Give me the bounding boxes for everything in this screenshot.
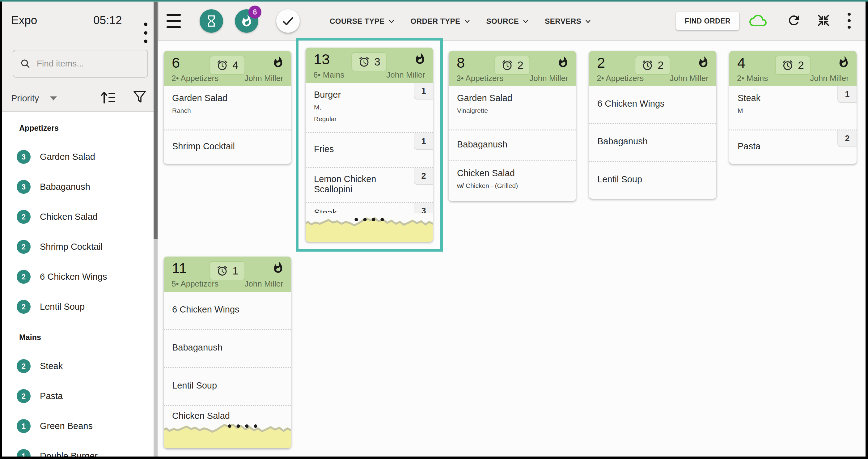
sidebar-item[interactable]: 1Double Burger: [2, 441, 158, 457]
section-header: Appetizers: [19, 124, 158, 132]
order-meta-row: 5• AppetizersJohn Miller: [172, 279, 283, 289]
order-card[interactable]: 422• MainsJohn Miller1SteakM2Pasta: [729, 51, 857, 164]
item-name: Fries: [314, 144, 404, 154]
elapsed-timer: 05:12: [93, 14, 122, 27]
sidebar-item[interactable]: 26 Chicken Wings: [2, 262, 158, 292]
item-name: Babaganush: [457, 140, 547, 150]
order-item-row[interactable]: Garden SaladRanch: [164, 86, 291, 129]
order-number: 13: [314, 51, 330, 68]
item-modifier: Vinaigrette: [457, 106, 547, 115]
alarm-count: 2: [798, 59, 804, 71]
selected-order-frame: 1336• MainsJohn Miller1BurgerM,Regular1F…: [296, 38, 443, 252]
order-card[interactable]: 1115• AppetizersJohn Miller6 Chicken Win…: [164, 256, 291, 448]
item-name: Steak: [738, 93, 827, 103]
server-name: John Miller: [529, 73, 568, 83]
order-item-row[interactable]: 2Pasta: [729, 129, 857, 164]
sidebar-item[interactable]: 2Chicken Salad: [2, 202, 158, 232]
dropdown-caret-icon[interactable]: [50, 96, 57, 100]
order-item-row[interactable]: Shrimp Cocktail: [164, 129, 291, 164]
sidebar-item[interactable]: 2Pasta: [2, 381, 158, 411]
priority-dropdown[interactable]: Priority: [11, 93, 39, 103]
sort-ascending-icon[interactable]: [99, 89, 116, 105]
torn-edge: [306, 213, 433, 242]
course-count-label: 5• Appetizers: [172, 279, 218, 289]
torn-edge: [164, 420, 291, 448]
order-items: 6 Chicken WingsBabaganushLentil SoupChic…: [164, 292, 291, 448]
sidebar-item[interactable]: 2Lentil Soup: [2, 292, 158, 322]
order-item-row[interactable]: 1BurgerM,Regular: [306, 83, 433, 132]
sidebar-header: Expo 05:12 Find items... Priority: [2, 2, 158, 112]
sort-filter-row: Priority: [11, 89, 149, 108]
order-card-header: 1115• AppetizersJohn Miller: [164, 256, 291, 292]
order-item-row[interactable]: Lentil Soup: [164, 367, 291, 405]
sidebar-kebab-menu-icon[interactable]: [141, 23, 150, 43]
item-name: Lemon Chicken Scallopini: [314, 174, 404, 194]
sidebar-item[interactable]: 3Babaganush: [2, 172, 158, 202]
order-item-row[interactable]: Chicken Saladw/ Chicken - (Grilled): [449, 160, 576, 201]
alarm-chip[interactable]: 4: [210, 56, 245, 75]
sidebar-item-label: Chicken Salad: [40, 212, 98, 222]
order-number: 11: [172, 259, 187, 277]
sidebar-item[interactable]: 2Steak: [2, 351, 158, 381]
order-item-row[interactable]: Babaganush: [164, 329, 291, 367]
order-card-header: 823• AppetizersJohn Miller: [449, 51, 576, 86]
alarm-chip[interactable]: 3: [351, 52, 387, 71]
flame-icon: [272, 56, 284, 68]
sidebar-item-label: Shrimp Cocktail: [40, 242, 102, 252]
filter-funnel-icon[interactable]: [132, 89, 148, 105]
order-item-row[interactable]: 1SteakM: [729, 86, 857, 129]
sidebar-scrollbar[interactable]: [154, 2, 158, 457]
order-meta-row: 2• MainsJohn Miller: [737, 73, 849, 83]
order-card[interactable]: 823• AppetizersJohn MillerGarden SaladVi…: [449, 51, 576, 201]
order-item-row[interactable]: Garden SaladVinaigrette: [449, 86, 576, 129]
alarm-chip[interactable]: 1: [210, 261, 245, 280]
item-name: Chicken Salad: [457, 168, 547, 178]
alarm-count: 4: [232, 59, 238, 71]
order-item-row[interactable]: Babaganush: [589, 123, 716, 161]
item-modifier: w/ Chicken - (Grilled): [457, 181, 547, 190]
app-window: Expo 05:12 Find items... Priority: [2, 2, 866, 457]
search-input[interactable]: Find items...: [13, 50, 148, 78]
server-name: John Miller: [244, 279, 283, 289]
sidebar-item[interactable]: 1Green Beans: [2, 411, 158, 441]
alarm-chip[interactable]: 2: [494, 56, 530, 75]
section-header: Mains: [19, 333, 158, 342]
item-name: Shrimp Cocktail: [172, 141, 262, 151]
order-card[interactable]: 642• AppetizersJohn MillerGarden SaladRa…: [164, 51, 291, 164]
scrollbar-thumb[interactable]: [154, 2, 158, 239]
item-qty-badge: 1: [414, 83, 433, 99]
sidebar-item-label: 6 Chicken Wings: [40, 272, 107, 282]
order-item-row[interactable]: Babaganush: [449, 129, 576, 160]
order-meta-row: 2• AppetizersJohn Miller: [172, 73, 283, 83]
main-area: 6 COURSE TYPE ORDER TYPE: [158, 2, 866, 457]
order-card[interactable]: 1336• MainsJohn Miller1BurgerM,Regular1F…: [306, 48, 433, 242]
alarm-clock-icon: [782, 59, 794, 71]
alarm-count: 2: [657, 59, 663, 71]
flame-icon: [414, 53, 426, 65]
item-qty-badge: 2: [414, 168, 433, 185]
flame-icon: [557, 56, 569, 68]
sidebar-item[interactable]: 3Garden Salad: [2, 142, 158, 172]
order-item-row[interactable]: Lentil Soup: [589, 161, 716, 199]
order-card[interactable]: 222• AppetizersJohn Miller6 Chicken Wing…: [589, 51, 716, 199]
sidebar-item-label: Lentil Soup: [40, 302, 85, 312]
alarm-chip[interactable]: 2: [635, 56, 670, 75]
order-item-row[interactable]: 6 Chicken Wings: [589, 86, 716, 123]
flame-icon: [837, 56, 850, 68]
item-name: Babaganush: [172, 342, 262, 353]
item-modifier: Ranch: [172, 106, 262, 115]
order-item-row[interactable]: 2Lemon Chicken Scallopini: [306, 167, 433, 202]
item-name: Garden Salad: [172, 93, 262, 103]
order-number: 2: [597, 54, 605, 71]
server-name: John Miller: [810, 73, 849, 83]
order-item-row[interactable]: 6 Chicken Wings: [164, 292, 291, 329]
alarm-clock-icon: [358, 56, 370, 68]
alarm-chip[interactable]: 2: [775, 56, 810, 75]
item-count-badge: 2: [17, 300, 31, 314]
sidebar-item-label: Steak: [40, 361, 63, 371]
order-items: 1SteakM2Pasta: [729, 86, 857, 164]
order-item-row[interactable]: 1Fries: [306, 132, 433, 167]
order-items: 1BurgerM,Regular1Fries2Lemon Chicken Sca…: [306, 83, 433, 242]
sidebar-item[interactable]: 2Shrimp Cocktail: [2, 232, 158, 262]
item-name: Burger: [314, 90, 404, 100]
